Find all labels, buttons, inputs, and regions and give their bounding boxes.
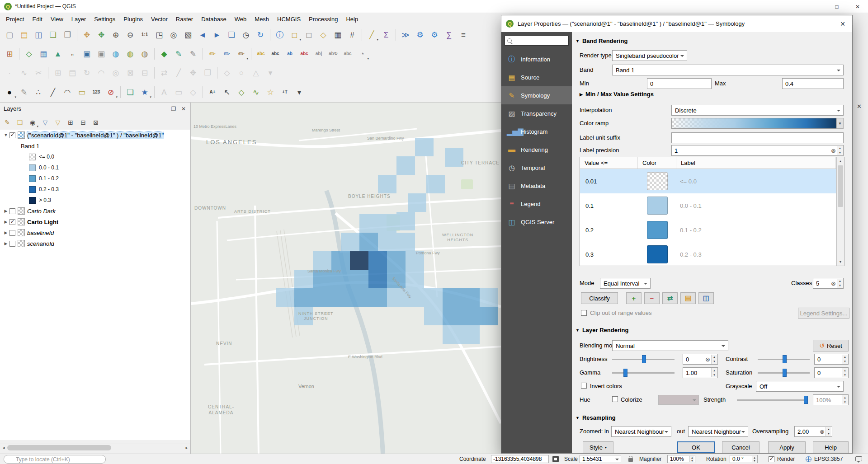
- layer-name[interactable]: baselineId: [27, 230, 54, 236]
- slider-thumb[interactable]: [804, 396, 808, 404]
- menu-layer[interactable]: Layer: [67, 13, 90, 25]
- zoom-out-icon[interactable]: ⊖: [123, 28, 137, 42]
- zoomed-out-select[interactable]: Nearest Neighbour: [688, 426, 748, 437]
- menu-raster[interactable]: Raster: [172, 13, 197, 25]
- pan-to-selection-icon[interactable]: ✥: [94, 28, 108, 42]
- class-row[interactable]: 0.10.0 - 0.1: [580, 193, 836, 218]
- brightness-input[interactable]: 0⊗▲▼: [683, 354, 718, 365]
- section-collapse-icon[interactable]: ▼: [576, 328, 580, 333]
- annotation-marker-icon[interactable]: ●▾: [3, 85, 16, 99]
- vscroll-thumb[interactable]: [838, 165, 843, 207]
- gamma-input[interactable]: 1.00▲▼: [683, 367, 718, 378]
- line-annotation-icon[interactable]: ∿: [249, 85, 263, 99]
- expand-arrow-icon[interactable]: ▶: [3, 220, 9, 224]
- class-value[interactable]: 0.1: [580, 202, 638, 209]
- new-shapefile-icon[interactable]: ✎: [172, 47, 185, 61]
- dialog-tab-qgis-server[interactable]: ◫QGIS Server: [501, 213, 572, 231]
- attribute-table-icon[interactable]: ▦: [331, 28, 344, 42]
- zoom-to-layer-icon[interactable]: ▧: [181, 28, 195, 42]
- messages-icon[interactable]: [855, 456, 862, 461]
- scroll-left-icon[interactable]: ◄: [0, 444, 7, 451]
- grayscale-select[interactable]: Off: [756, 381, 844, 392]
- layers-panel-hscrollbar[interactable]: ◄ ►: [0, 444, 190, 451]
- clear-icon[interactable]: ⊗: [820, 428, 825, 435]
- menu-help[interactable]: Help: [342, 13, 362, 25]
- scroll-down-icon[interactable]: ▼: [837, 258, 844, 266]
- lock-icon[interactable]: [628, 458, 633, 462]
- dialog-close-icon[interactable]: ✕: [833, 15, 852, 32]
- reset-button[interactable]: ↺Reset: [813, 340, 849, 352]
- menu-processing[interactable]: Processing: [305, 13, 342, 25]
- new-scratch-layer-icon[interactable]: ✎: [186, 47, 200, 61]
- scroll-right-icon[interactable]: ►: [183, 444, 190, 451]
- new-geopackage-icon[interactable]: ◆: [157, 47, 171, 61]
- dialog-tab-temporal[interactable]: ◷Temporal: [501, 159, 572, 177]
- open-layer-styling-icon[interactable]: ✎: [1, 117, 13, 128]
- refresh-icon[interactable]: ↻: [254, 28, 267, 42]
- menu-database[interactable]: Database: [197, 13, 231, 25]
- spin-arrows[interactable]: ▲▼: [826, 427, 831, 436]
- class-label[interactable]: 0.1 - 0.2: [676, 227, 836, 234]
- mode-select[interactable]: Equal Interval: [600, 278, 651, 289]
- band-select[interactable]: Band 1: [612, 65, 844, 75]
- deselect-features-icon[interactable]: ◻: [302, 28, 316, 42]
- color-ramp-menu-icon[interactable]: ▼: [836, 118, 844, 129]
- strength-slider[interactable]: [737, 396, 807, 404]
- numbers-icon[interactable]: 123: [90, 85, 103, 99]
- filter-legend-icon[interactable]: ▽: [39, 117, 51, 128]
- layer-item-scenarioid[interactable]: ▶scenarioId: [0, 238, 190, 249]
- marker-annotation-icon[interactable]: ☆: [264, 85, 277, 99]
- diagram-options-icon[interactable]: ◔▾: [355, 47, 369, 61]
- select-by-expression-icon[interactable]: ◇: [316, 28, 330, 42]
- save-color-map-button[interactable]: ◫: [698, 292, 714, 304]
- measure-curve-icon[interactable]: ◠: [61, 85, 74, 99]
- clear-icon[interactable]: ⊗: [831, 147, 836, 154]
- layer-item-carto-dark[interactable]: ▶Carto Dark: [0, 206, 190, 216]
- sidebar-search-input[interactable]: [515, 37, 567, 45]
- close-panel-icon[interactable]: ✕: [179, 105, 188, 113]
- add-mesh-layer-icon[interactable]: ▲: [51, 47, 65, 61]
- saturation-slider[interactable]: [758, 369, 810, 377]
- color-ramp[interactable]: [671, 118, 836, 129]
- dialog-tab-histogram[interactable]: ▂▅▇Histogram: [501, 122, 572, 141]
- dialog-tab-information[interactable]: ⓘInformation: [501, 50, 572, 68]
- dialog-tab-rendering[interactable]: ▬Rendering: [501, 141, 572, 159]
- text-format-icon[interactable]: A+: [206, 85, 219, 99]
- class-color-swatch[interactable]: [647, 172, 668, 190]
- add-vector-layer-icon[interactable]: ◇: [22, 47, 36, 61]
- spin-arrows[interactable]: ▲▼: [711, 355, 717, 364]
- help-button[interactable]: Help: [813, 441, 849, 453]
- spin-arrows[interactable]: ▲▼: [842, 368, 848, 377]
- label-move-icon[interactable]: ab|: [312, 47, 326, 61]
- layer-name[interactable]: Carto Dark: [27, 208, 56, 215]
- add-spatialite-icon[interactable]: ▣: [94, 47, 108, 61]
- clear-icon[interactable]: ⊗: [705, 356, 710, 363]
- processing-toolbox-icon[interactable]: ⚙: [413, 28, 427, 42]
- collapse-all-icon[interactable]: ⊟: [77, 117, 89, 128]
- expand-all-icon[interactable]: ⊞: [65, 117, 76, 128]
- class-value[interactable]: 0.01: [580, 178, 638, 185]
- dialog-tab-transparency[interactable]: ▨Transparency: [501, 104, 572, 122]
- field-calculator-icon[interactable]: #: [345, 28, 359, 42]
- add-raster-layer-icon[interactable]: ▦: [37, 47, 50, 61]
- move-annotation-icon[interactable]: ↖: [220, 85, 234, 99]
- class-label[interactable]: <= 0.0: [676, 178, 836, 185]
- contrast-slider[interactable]: [758, 355, 810, 363]
- contrast-input[interactable]: 0▲▼: [814, 354, 849, 365]
- column-header-label[interactable]: Label: [676, 157, 836, 169]
- map-tips-icon[interactable]: ❏: [123, 85, 137, 99]
- render-type-select[interactable]: Singleband pseudocolor: [612, 50, 687, 61]
- remove-layer-icon[interactable]: ⊠: [90, 117, 102, 128]
- current-edits-icon[interactable]: ✏▾: [235, 47, 248, 61]
- menu-settings[interactable]: Settings: [90, 13, 119, 25]
- menu-vector[interactable]: Vector: [147, 13, 172, 25]
- options-icon[interactable]: ⚙: [428, 28, 441, 42]
- dialog-tab-metadata[interactable]: ▤Metadata: [501, 177, 572, 195]
- add-text-icon[interactable]: +T: [278, 85, 292, 99]
- python-console-icon[interactable]: ≫: [399, 28, 412, 42]
- dock-close-icon[interactable]: ✕: [857, 103, 862, 110]
- add-class-button[interactable]: +: [626, 292, 642, 304]
- oversampling-input[interactable]: 2.00⊗▲▼: [794, 426, 832, 437]
- class-row[interactable]: 0.01<= 0.0: [580, 169, 836, 193]
- maximize-button[interactable]: □: [826, 0, 847, 13]
